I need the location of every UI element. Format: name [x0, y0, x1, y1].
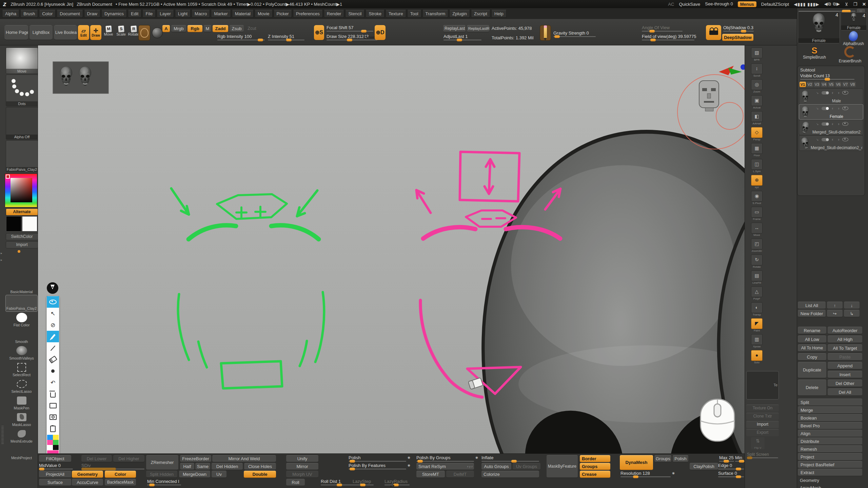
- obj-shadow-slider[interactable]: ObjShadow 0.3: [723, 25, 754, 32]
- del-higher-button[interactable]: Del Higher: [113, 455, 144, 462]
- shelf-toggle-button[interactable]: ◰ Zoom3D: [749, 239, 765, 255]
- close-holes-button[interactable]: Close Holes: [244, 463, 276, 470]
- camera-icon[interactable]: [706, 25, 721, 40]
- project-all-button[interactable]: ProjectAll: [39, 471, 71, 478]
- auto-hide-timer-button[interactable]: ⊘: [47, 319, 59, 331]
- subtool-item-merged-skull[interactable]: ↘◐◑ Merged_Skull-decimation2: [799, 120, 863, 135]
- visibility-tab[interactable]: V6: [835, 82, 842, 87]
- shelf-toggle-button[interactable]: ◧ AAHalf: [749, 111, 765, 127]
- mirror-button[interactable]: Mirror: [286, 463, 318, 470]
- cursor-tool-button[interactable]: ↖: [47, 308, 59, 319]
- delete-button[interactable]: Delete: [798, 380, 826, 396]
- quicksave-button[interactable]: QuickSave: [679, 2, 700, 7]
- store-mt-button[interactable]: StoreMT: [416, 471, 445, 478]
- shelf-toggle-button[interactable]: ◉ S.Pivot: [749, 191, 765, 207]
- gravity-pencil-icon[interactable]: [540, 25, 551, 41]
- show-hide-eye-button[interactable]: [47, 296, 59, 308]
- move-down-button[interactable]: ↓: [844, 302, 860, 309]
- subtool-item-female[interactable]: ↘◐◑ Female: [799, 104, 863, 120]
- new-folder-button[interactable]: New Folder: [798, 310, 826, 317]
- brush-smooth-valleys[interactable]: SmoothValleys: [6, 345, 37, 361]
- subtool-op-button[interactable]: Align: [798, 430, 862, 437]
- menu-item[interactable]: Zscript: [471, 10, 490, 18]
- zcut-button[interactable]: Zcut: [245, 25, 259, 32]
- whiteboard-button[interactable]: [47, 400, 59, 411]
- tool-select-lasso[interactable]: SelectLasso: [6, 378, 37, 394]
- current-alpha-thumb[interactable]: Alpha Off: [6, 107, 38, 140]
- all-low-button[interactable]: All Low: [798, 336, 826, 343]
- adjust-last-slider[interactable]: AdjustLast 1: [443, 34, 481, 41]
- paste-button[interactable]: Paste: [828, 353, 862, 361]
- subtool-op-button[interactable]: Boolean: [798, 414, 862, 422]
- mid-value-slider[interactable]: MidValue 0: [39, 463, 73, 470]
- field-of-view-slider[interactable]: Field of view(deg) 39.59775: [642, 34, 694, 41]
- active-tool-thumbnail[interactable]: 4Female: [798, 12, 840, 43]
- brush-smooth[interactable]: Smooth: [6, 328, 37, 345]
- groups-button[interactable]: Groups: [580, 463, 610, 470]
- sdiv-slider[interactable]: SDiv: [81, 463, 144, 470]
- menu-item[interactable]: Color: [39, 10, 56, 18]
- freeze-border-button[interactable]: FreezeBorder: [180, 455, 211, 462]
- brush-size-button[interactable]: [47, 365, 59, 377]
- palette-color-swatch[interactable]: [47, 435, 53, 440]
- minimize-button[interactable]: ⊻: [845, 2, 849, 7]
- alternate-button[interactable]: Alternate: [6, 208, 38, 216]
- colorize-button[interactable]: Colorize: [481, 471, 539, 478]
- edit-button[interactable]: ▱Edit: [78, 25, 89, 40]
- focal-shift-slider[interactable]: Focal Shift 57: [327, 25, 373, 32]
- rgb-button[interactable]: Rgb: [188, 25, 202, 32]
- shelf-toggle-button[interactable]: ◐ Transp: [749, 302, 765, 318]
- same-button[interactable]: Same: [195, 463, 210, 470]
- morph-uv-button[interactable]: Morph UV: [286, 471, 318, 478]
- smart-resym-button[interactable]: Smart ReSymx y z: [416, 463, 474, 470]
- scale-button[interactable]: SScale: [115, 25, 127, 40]
- mirror-and-weld-button[interactable]: Mirror And Weld: [212, 455, 276, 462]
- palette-color-swatch[interactable]: [53, 440, 59, 445]
- menu-item[interactable]: Brush: [20, 10, 38, 18]
- see-through-slider[interactable]: See-through 0: [705, 1, 733, 7]
- subtool-op-button[interactable]: Extract: [798, 469, 862, 476]
- subtool-op-button[interactable]: Project BasRelief: [798, 461, 862, 468]
- auto-reorder-button[interactable]: AutoReorder: [828, 327, 862, 334]
- unify-button[interactable]: Unify: [286, 455, 318, 462]
- duplicate-button[interactable]: Duplicate: [798, 362, 826, 378]
- tray-toggle-arrow-icon[interactable]: ▸: [1, 251, 2, 255]
- material-preview-sphere[interactable]: [5, 249, 33, 278]
- menu-item[interactable]: Document: [57, 10, 83, 18]
- del-all-button[interactable]: Del All: [828, 388, 862, 396]
- append-button[interactable]: Append: [828, 362, 862, 369]
- array-mesh-palette-header[interactable]: ArrayMesh: [800, 485, 821, 488]
- menu-item[interactable]: Zplugin: [449, 10, 470, 18]
- menu-item[interactable]: Tool: [407, 10, 421, 18]
- rename-button[interactable]: Rename: [798, 327, 826, 334]
- polish-slider[interactable]: Polish: [349, 455, 406, 462]
- pen-tool-button[interactable]: [47, 331, 59, 342]
- menu-item[interactable]: Stencil: [345, 10, 364, 18]
- export-texture-button[interactable]: Export: [746, 429, 779, 436]
- half-button[interactable]: Half: [180, 463, 194, 470]
- m-button[interactable]: M: [204, 25, 211, 32]
- redo-move-button[interactable]: ↪: [827, 310, 843, 317]
- undo-button[interactable]: ↶: [47, 377, 59, 388]
- geometry-button[interactable]: Geometry: [72, 471, 103, 478]
- clone-texture-button[interactable]: Clone Txtr: [746, 413, 779, 420]
- tray-toggle-arrow-icon[interactable]: ▸: [1, 258, 2, 262]
- epic-pen-logo[interactable]: [47, 282, 58, 294]
- menu-item[interactable]: Material: [232, 10, 254, 18]
- tool-mask-lasso[interactable]: MaskLasso: [6, 411, 37, 428]
- dynamic-draw-icon[interactable]: ⊕D: [375, 25, 386, 40]
- min-slider[interactable]: Min: [735, 455, 745, 462]
- eraser-brush-item[interactable]: EraserBrush: [834, 46, 866, 63]
- all-to-target-button[interactable]: All To Target: [828, 344, 862, 352]
- palette-color-swatch[interactable]: [53, 435, 59, 440]
- restore-button[interactable]: ❐: [853, 2, 857, 7]
- replay-last-rel-button[interactable]: ReplayLastRel: [467, 25, 489, 32]
- angle-of-view-slider[interactable]: Angle Of View: [642, 25, 683, 32]
- accu-curve-button[interactable]: AccuCurve: [72, 479, 103, 486]
- shelf-toggle-button[interactable]: ⊕ xyz: [749, 175, 765, 191]
- polish-by-groups-slider[interactable]: Polish By Groups: [416, 455, 474, 462]
- menu-item[interactable]: Alpha: [2, 10, 19, 18]
- visibility-tab[interactable]: V4: [821, 82, 827, 87]
- gear-icon[interactable]: ◉: [408, 464, 410, 467]
- shelf-toggle-button[interactable]: ▣ Actual: [749, 95, 765, 111]
